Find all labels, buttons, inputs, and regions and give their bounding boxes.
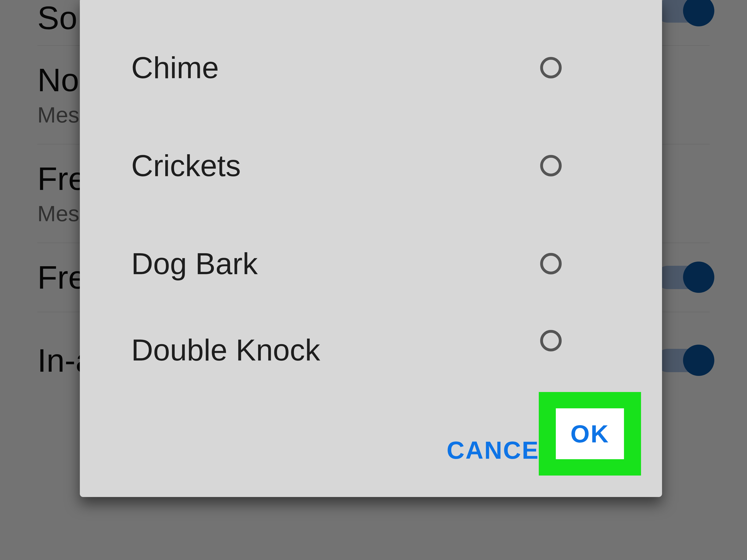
radio-unchecked-icon <box>540 57 562 78</box>
sound-option-label: Double Knock <box>131 332 320 368</box>
tutorial-highlight-inner: OK <box>556 408 624 459</box>
radio-unchecked-icon <box>540 330 562 351</box>
sound-option-list: Chime Crickets Dog Bark Double Knock <box>80 0 662 436</box>
sound-option-crickets[interactable]: Crickets <box>80 117 662 215</box>
sound-option-label: Chime <box>131 50 219 85</box>
sound-option-chime[interactable]: Chime <box>80 19 662 117</box>
tutorial-highlight-box: OK <box>539 392 641 476</box>
sound-option-label: Dog Bark <box>131 246 258 281</box>
sound-option-label: Crickets <box>131 148 241 183</box>
radio-unchecked-icon <box>540 155 562 177</box>
sound-option-dog-bark[interactable]: Dog Bark <box>80 215 662 313</box>
ok-button-highlighted[interactable]: OK <box>570 420 610 448</box>
sound-option-double-knock[interactable]: Double Knock <box>80 313 662 387</box>
radio-unchecked-icon <box>540 253 562 274</box>
